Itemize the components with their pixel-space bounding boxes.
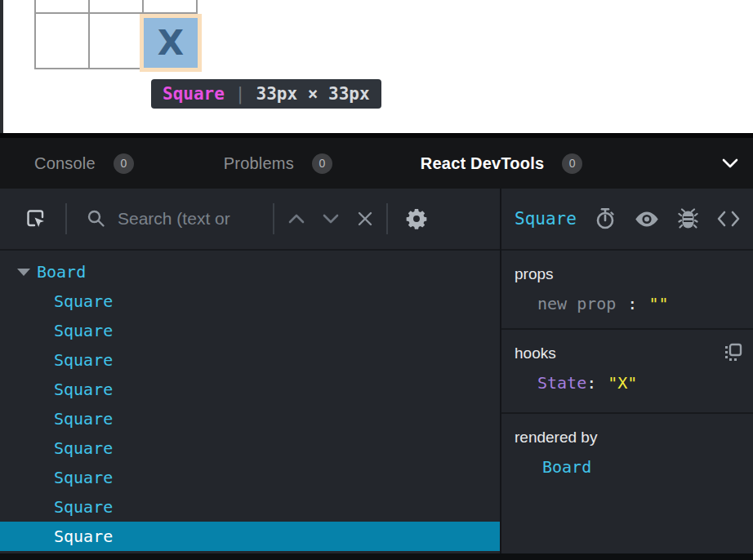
tree-row-square[interactable]: Square: [0, 345, 500, 375]
tab-problems[interactable]: Problems 0: [224, 153, 332, 174]
tree-row-square[interactable]: Square: [0, 404, 500, 433]
tree-row-board[interactable]: Board: [0, 257, 500, 287]
clear-search-icon[interactable]: [357, 211, 373, 227]
tooltip-separator: |: [235, 84, 246, 104]
board-cell[interactable]: [143, 0, 197, 13]
components-tree-panel: Board Square Square Square Square Square…: [0, 189, 500, 553]
tab-console[interactable]: Console 0: [34, 153, 134, 174]
prop-key: new prop: [537, 294, 616, 313]
console-count-badge: 0: [114, 153, 134, 174]
props-section: props new prop : "": [501, 251, 753, 330]
board-cell[interactable]: [89, 0, 143, 13]
selected-component-name: Square: [515, 209, 577, 229]
owner-link-board[interactable]: Board: [515, 457, 591, 477]
toolbar-divider: [65, 203, 67, 234]
profiler-stopwatch-icon[interactable]: [595, 207, 616, 230]
board-cell[interactable]: [89, 13, 143, 69]
inspected-page-viewport: X Square | 33px × 33px: [0, 0, 753, 133]
component-details-panel: Square: [501, 189, 753, 553]
next-match-icon[interactable]: [323, 214, 339, 224]
tree-row-square[interactable]: Square: [0, 463, 500, 492]
tree-toolbar: [0, 189, 500, 251]
tree-row-square[interactable]: Square: [0, 492, 500, 522]
rendered-by-title: rendered by: [515, 429, 740, 447]
window-bottom-edge: [0, 553, 753, 560]
tree-row-square[interactable]: Square: [0, 287, 500, 316]
details-header: Square: [501, 189, 753, 251]
props-title: props: [515, 265, 740, 283]
toolbar-divider: [273, 203, 274, 234]
tab-react-devtools[interactable]: React DevTools 0: [421, 153, 582, 174]
prop-entry[interactable]: new prop : "": [515, 294, 740, 313]
rendered-by-section: rendered by Board: [501, 414, 753, 553]
search-icon: [87, 209, 106, 229]
bug-debug-icon[interactable]: [678, 208, 698, 229]
prop-value[interactable]: "": [648, 294, 668, 313]
tooltip-dimensions: 33px × 33px: [256, 84, 370, 104]
tree-row-square[interactable]: Square: [0, 375, 500, 404]
page-left-edge: [0, 0, 3, 133]
board-cell[interactable]: [35, 0, 89, 13]
toolbar-divider: [386, 203, 388, 234]
element-size-tooltip: Square | 33px × 33px: [151, 79, 381, 109]
inspect-highlight-content: X: [144, 18, 198, 68]
previous-match-icon[interactable]: [288, 214, 305, 224]
hooks-title: hooks: [515, 344, 740, 362]
square-value: X: [158, 23, 184, 63]
board-cell[interactable]: [35, 13, 89, 69]
tree-row-square-selected[interactable]: Square: [0, 522, 500, 551]
component-tree: Board Square Square Square Square Square…: [0, 251, 500, 553]
problems-count-badge: 0: [312, 153, 332, 174]
tree-row-square[interactable]: Square: [0, 316, 500, 345]
devtools-window: X Square | 33px × 33px Console 0 Problem…: [0, 0, 753, 560]
tooltip-component-name: Square: [163, 84, 225, 104]
inspect-element-icon[interactable]: [25, 207, 47, 230]
search-input[interactable]: [118, 209, 273, 229]
devtools-tabbar: Console 0 Problems 0 React DevTools 0: [0, 138, 753, 189]
expander-triangle-icon[interactable]: [17, 269, 30, 276]
react-devtools-panel: Board Square Square Square Square Square…: [0, 189, 753, 553]
hook-entry[interactable]: State : "X": [515, 373, 740, 393]
eye-inspect-dom-icon[interactable]: [635, 211, 659, 228]
hook-name: State: [537, 373, 586, 393]
hooks-section: hooks State : "X": [501, 330, 753, 414]
hook-value[interactable]: "X": [608, 373, 637, 393]
react-devtools-count-badge: 0: [562, 153, 582, 174]
tree-row-square[interactable]: Square: [0, 433, 500, 463]
settings-gear-icon[interactable]: [405, 207, 428, 230]
view-source-icon[interactable]: [717, 211, 740, 227]
parse-hook-names-icon[interactable]: [724, 343, 743, 362]
chevron-down-icon[interactable]: [722, 158, 738, 169]
